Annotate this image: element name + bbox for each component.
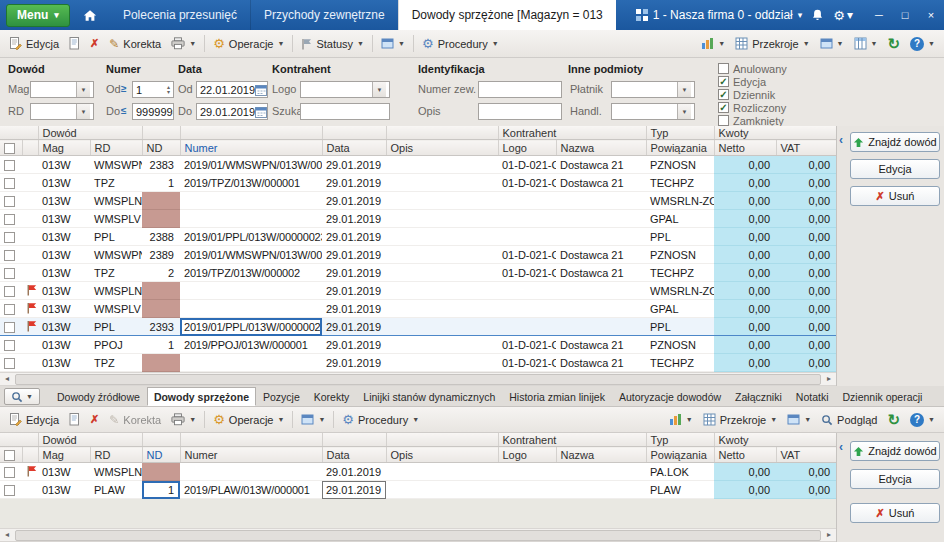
cell-nazwa[interactable] (556, 228, 646, 246)
collapse-columns-button[interactable]: ‹ (839, 441, 843, 453)
cell-nd[interactable]: 1 (142, 174, 180, 192)
row-flag-cell[interactable] (22, 156, 38, 174)
col-header-numer[interactable]: Numer (180, 140, 322, 156)
cell-typ[interactable]: PZNOSN (646, 156, 714, 174)
row-select-cell[interactable] (0, 174, 22, 192)
cell-vat[interactable]: 0,00 (776, 463, 836, 481)
table-row[interactable]: 013WTPZ12019/TPZ/013W/00000129.01.201901… (0, 174, 836, 192)
cell-logo[interactable] (498, 210, 556, 228)
cell-vat[interactable]: 0,00 (776, 300, 836, 318)
tab-historia-zmian-linijek[interactable]: Historia zmian linijek (502, 387, 612, 406)
cell-nd[interactable]: 2383 (142, 156, 180, 174)
cell-opis[interactable] (386, 463, 498, 481)
row-select-cell[interactable] (0, 336, 22, 354)
link-dropdown[interactable]: ▼ (296, 411, 330, 428)
cell-vat[interactable]: 0,00 (776, 481, 836, 499)
delete-row-button[interactable]: ✗ Usuń (850, 503, 940, 523)
unchecked-checkbox-icon[interactable] (718, 63, 729, 74)
cell-netto[interactable]: 0,00 (714, 300, 776, 318)
cell-rd[interactable]: PPOJ (90, 336, 142, 354)
table-row[interactable]: 013WWMSPLV29.01.2019GPAL0,000,00 (0, 300, 836, 318)
cell-typ[interactable]: TECHPZ (646, 354, 714, 372)
cell-data[interactable]: 29.01.2019 (322, 228, 386, 246)
tab-linijki-stanów-dynamicznych[interactable]: Linijki stanów dynamicznych (356, 387, 502, 406)
cell-typ[interactable]: WMSRLN-ZO (646, 282, 714, 300)
table-row[interactable]: 013WWMSPLN29.01.2019WMSRLN-ZO0,000,00 (0, 282, 836, 300)
unchecked-checkbox-icon[interactable] (718, 115, 729, 126)
cell-numer[interactable] (180, 282, 322, 300)
handl-select[interactable]: ▼ (611, 103, 695, 120)
view-selector-button[interactable]: ▼ (4, 388, 40, 405)
chart-dropdown[interactable]: ▼ (696, 35, 730, 52)
cell-mag[interactable]: 013W (38, 210, 90, 228)
col-header-nd[interactable]: ND (142, 447, 180, 463)
row-flag-cell[interactable] (22, 192, 38, 210)
cell-opis[interactable] (386, 156, 498, 174)
cell-numer[interactable] (180, 300, 322, 318)
row-select-cell[interactable] (0, 210, 22, 228)
cell-netto[interactable]: 0,00 (714, 156, 776, 174)
col-header-logo[interactable]: Logo (498, 140, 556, 156)
col-header-logo[interactable]: Logo (498, 447, 556, 463)
table-row[interactable]: 013WPPL23882019/01/PPL/013W/000000238829… (0, 228, 836, 246)
row-checkbox[interactable] (4, 485, 15, 496)
cell-opis[interactable] (386, 336, 498, 354)
cell-logo[interactable]: 01-D-021-C (498, 246, 556, 264)
row-flag-cell[interactable] (22, 318, 38, 336)
cell-data[interactable]: 29.01.2019 (322, 300, 386, 318)
cell-vat[interactable]: 0,00 (776, 192, 836, 210)
cell-data[interactable]: 29.01.2019 (322, 264, 386, 282)
cell-vat[interactable]: 0,00 (776, 354, 836, 372)
cell-nd[interactable] (142, 354, 180, 372)
cell-opis[interactable] (386, 228, 498, 246)
cell-data[interactable]: 29.01.2019 (322, 174, 386, 192)
mag-select[interactable]: ▼ (30, 81, 94, 98)
cell-rd[interactable]: WMSPLN (90, 463, 142, 481)
col-header-opis[interactable]: Opis (386, 447, 498, 463)
tab-polecenia-przesuniec[interactable]: Polecenia przesunięć (110, 0, 250, 30)
cell-vat[interactable]: 0,00 (776, 336, 836, 354)
cell-mag[interactable]: 013W (38, 300, 90, 318)
cell-vat[interactable]: 0,00 (776, 228, 836, 246)
cell-nazwa[interactable]: Dostawca 21 (556, 336, 646, 354)
preview-button[interactable]: Podgląd (816, 412, 882, 428)
cell-mag[interactable]: 013W (38, 282, 90, 300)
cell-nazwa[interactable] (556, 481, 646, 499)
cell-rd[interactable]: TPZ (90, 174, 142, 192)
scrollbar-thumb[interactable] (15, 374, 821, 385)
cell-numer[interactable]: 2019/01/WMSWPN/013W/0000002383 (180, 156, 322, 174)
row-select-cell[interactable] (0, 192, 22, 210)
row-checkbox[interactable] (4, 340, 15, 351)
cell-netto[interactable]: 0,00 (714, 210, 776, 228)
cell-netto[interactable]: 0,00 (714, 463, 776, 481)
row-select-cell[interactable] (0, 463, 22, 481)
refresh-button[interactable]: ↻ (882, 34, 905, 53)
row-checkbox[interactable] (4, 250, 15, 261)
cell-rd[interactable]: PPL (90, 318, 142, 336)
cell-numer[interactable] (180, 463, 322, 481)
cell-nazwa[interactable] (556, 192, 646, 210)
cell-typ[interactable]: PPL (646, 228, 714, 246)
cell-netto[interactable]: 0,00 (714, 264, 776, 282)
cell-vat[interactable]: 0,00 (776, 246, 836, 264)
cell-numer[interactable]: 2019/01/PPL/013W/0000002393 (180, 318, 322, 336)
col-header-numer[interactable]: Numer (180, 447, 322, 463)
cell-numer[interactable]: 2019/PPOJ/013W/000001 (180, 336, 322, 354)
filter-checkbox-dziennik[interactable]: ✓Dziennik (718, 88, 787, 101)
cell-typ[interactable]: PZNOSN (646, 246, 714, 264)
cell-typ[interactable]: PZNOSN (646, 336, 714, 354)
link-dropdown[interactable]: ▼ (376, 35, 410, 52)
layout-dropdown[interactable]: ▼ (782, 411, 816, 428)
cell-typ[interactable]: PLAW (646, 481, 714, 499)
cell-opis[interactable] (386, 481, 498, 499)
col-header-netto[interactable]: Netto (714, 140, 776, 156)
collapse-columns-button[interactable]: ‹ (839, 134, 843, 146)
delete-document-button[interactable]: ✗ (85, 36, 104, 51)
row-checkbox[interactable] (4, 286, 15, 297)
data-od-input[interactable]: 22.01.2019 (196, 81, 268, 98)
row-flag-cell[interactable] (22, 246, 38, 264)
cell-mag[interactable]: 013W (38, 228, 90, 246)
row-select-cell[interactable] (0, 156, 22, 174)
menu-button[interactable]: Menu ▾ (6, 4, 70, 27)
print-button[interactable]: ▼ (166, 35, 201, 52)
